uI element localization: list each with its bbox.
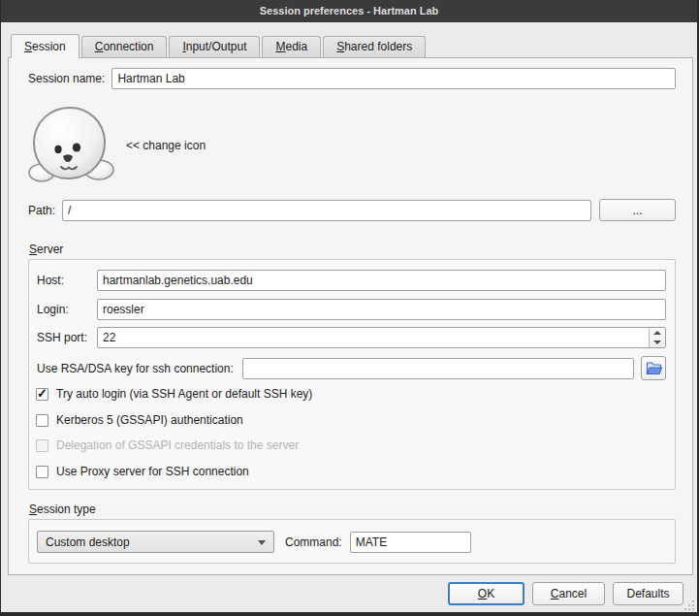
ssh-port-label: SSH port: bbox=[37, 331, 97, 344]
rsa-key-row: Use RSA/DSA key for ssh connection: bbox=[37, 356, 666, 380]
login-label: Login: bbox=[37, 303, 97, 316]
ssh-port-row: SSH port: bbox=[37, 327, 666, 348]
path-label: Path: bbox=[28, 204, 55, 217]
chevron-up-icon bbox=[653, 331, 661, 335]
kerberos-label: Kerberos 5 (GSSAPI) authentication bbox=[56, 413, 243, 427]
session-name-label: Session name: bbox=[28, 72, 105, 85]
session-name-row: Session name: bbox=[28, 68, 676, 89]
tab-session[interactable]: Session bbox=[11, 34, 79, 58]
chevron-down-icon bbox=[653, 340, 661, 344]
proxy-server-checkbox[interactable]: Use Proxy server for SSH connection bbox=[36, 465, 249, 478]
session-type-groupbox: Custom desktop Command: bbox=[28, 519, 676, 564]
spin-down-button[interactable] bbox=[650, 338, 665, 347]
chevron-down-icon bbox=[258, 540, 266, 545]
checkbox-icon[interactable] bbox=[36, 414, 48, 427]
session-type-dropdown[interactable]: Custom desktop bbox=[37, 531, 274, 553]
tab-media[interactable]: Media bbox=[262, 36, 321, 57]
login-row: Login: bbox=[37, 299, 666, 320]
ssh-port-spinbox bbox=[97, 327, 666, 348]
command-input[interactable] bbox=[350, 532, 471, 553]
resize-grip[interactable] bbox=[683, 599, 695, 611]
dialog-content: Session Connection Input/Output Media Sh… bbox=[1, 22, 697, 612]
window-title: Session preferences - Hartman Lab bbox=[260, 5, 439, 16]
host-input[interactable] bbox=[97, 270, 666, 291]
session-tab-pane: Session name: << chan bbox=[8, 57, 693, 575]
host-row: Host: bbox=[37, 270, 666, 291]
ssh-port-spinner bbox=[649, 328, 665, 347]
session-name-input[interactable] bbox=[111, 68, 676, 89]
gssapi-delegation-checkbox: Delegation of GSSAPI credentials to the … bbox=[36, 438, 299, 452]
command-label: Command: bbox=[285, 535, 342, 549]
ok-button[interactable]: OK bbox=[448, 582, 524, 605]
auto-login-label: Try auto login (via SSH Agent or default… bbox=[56, 387, 312, 401]
folder-open-icon bbox=[646, 361, 662, 375]
session-type-selected-value: Custom desktop bbox=[46, 535, 130, 549]
server-group-title: Server bbox=[29, 243, 63, 256]
tab-input-output[interactable]: Input/Output bbox=[169, 36, 260, 57]
seal-icon[interactable] bbox=[26, 106, 115, 184]
login-input[interactable] bbox=[97, 299, 666, 320]
spin-up-button[interactable] bbox=[650, 328, 665, 338]
host-label: Host: bbox=[37, 274, 97, 287]
change-icon-label: << change icon bbox=[126, 139, 206, 152]
checkbox-icon[interactable] bbox=[36, 466, 48, 478]
rsa-key-label: Use RSA/DSA key for ssh connection: bbox=[37, 362, 234, 375]
rsa-key-browse-button[interactable] bbox=[641, 356, 666, 380]
rsa-key-input[interactable] bbox=[242, 358, 634, 379]
defaults-button[interactable]: Defaults bbox=[613, 582, 683, 605]
cancel-button[interactable]: Cancel bbox=[532, 582, 605, 605]
path-browse-button[interactable]: ... bbox=[599, 199, 676, 221]
auto-login-checkbox[interactable]: Try auto login (via SSH Agent or default… bbox=[36, 387, 312, 401]
gssapi-delegation-label: Delegation of GSSAPI credentials to the … bbox=[56, 438, 299, 452]
tab-bar: Session Connection Input/Output Media Sh… bbox=[11, 33, 428, 57]
proxy-server-label: Use Proxy server for SSH connection bbox=[56, 465, 249, 478]
titlebar[interactable]: Session preferences - Hartman Lab bbox=[1, 0, 697, 22]
ssh-port-input[interactable] bbox=[97, 327, 666, 348]
session-preferences-window: Session preferences - Hartman Lab Sessio… bbox=[0, 0, 699, 616]
dialog-buttons: OK Cancel Defaults bbox=[440, 582, 683, 605]
tab-shared-folders[interactable]: Shared folders bbox=[323, 36, 426, 57]
session-type-group-title: Session type bbox=[29, 503, 96, 516]
session-type-row: Custom desktop Command: bbox=[37, 531, 666, 553]
checkbox-icon bbox=[36, 439, 48, 452]
tab-connection[interactable]: Connection bbox=[81, 36, 168, 57]
path-row: Path: ... bbox=[28, 199, 676, 221]
kerberos-checkbox[interactable]: Kerberos 5 (GSSAPI) authentication bbox=[36, 413, 243, 427]
path-input[interactable] bbox=[62, 200, 591, 221]
server-groupbox: Host: Login: SSH port: bbox=[28, 259, 676, 490]
checkbox-icon[interactable] bbox=[36, 388, 48, 401]
